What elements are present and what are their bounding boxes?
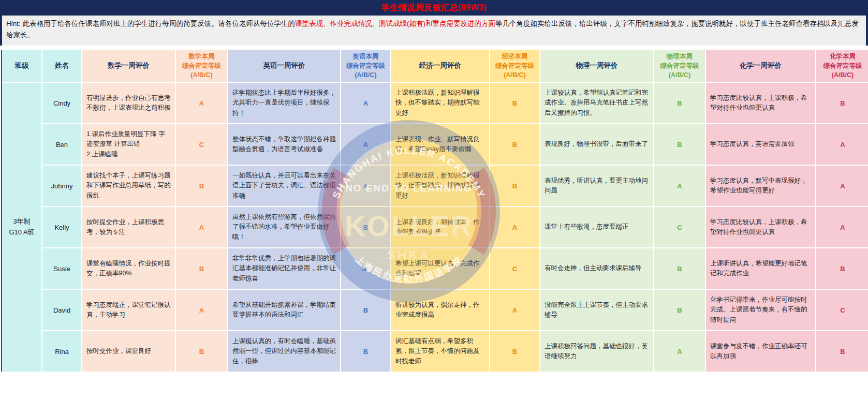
- math-comment-cell[interactable]: 课堂有瞌睡情况，作业按时提交，正确率90%: [82, 248, 175, 289]
- phy-comment-cell[interactable]: 表现优秀，听讲认真，要更主动地问问题: [540, 166, 653, 206]
- econ-grade-cell[interactable]: B: [490, 331, 539, 372]
- econ-comment-cell[interactable]: 上课表现、作业、默写情况良好。希望Essay题不要偷懒: [391, 124, 489, 165]
- eng-comment-cell[interactable]: 整体状态不错，争取这学期把各种题型融会贯通，为语言考试做准备: [228, 124, 340, 165]
- econ-comment-cell[interactable]: 上课积极活跃，新知识理解很快，但不够踏实，期待默写能更好: [391, 83, 489, 123]
- eng-grade-cell[interactable]: B: [341, 331, 390, 372]
- math-comment-cell[interactable]: 按时交作业，课堂良好: [82, 331, 175, 372]
- student-name-cell[interactable]: Cindy: [42, 83, 81, 123]
- econ-comment-cell[interactable]: 希望上课可以更认真、完成作业和默写: [391, 248, 489, 289]
- eng-grade-cell[interactable]: A*: [341, 248, 390, 289]
- student-name-cell[interactable]: Ben: [42, 124, 81, 165]
- eng-grade-cell[interactable]: B: [341, 290, 390, 330]
- eng-comment-cell[interactable]: 虽然上课依然有些游离，但依然保持了很不错的水准，希望作业要做好哦！: [228, 207, 340, 247]
- eng-comment-cell[interactable]: 一如既往认真，并且可以看出来在英语上面下了苦功夫，词汇、语法都很准确: [228, 166, 340, 206]
- math-grade-cell[interactable]: B: [176, 248, 227, 289]
- col-header-chemistry-grade[interactable]: 化学本周 综合评定等级 (A/B/C): [816, 50, 868, 82]
- math-grade-cell[interactable]: A: [176, 290, 227, 330]
- phy-comment-cell[interactable]: 有时会走神，但主动要求课后辅导: [540, 248, 653, 289]
- chem-grade-cell[interactable]: A: [816, 124, 868, 165]
- phy-comment-cell[interactable]: 没能完全跟上上课节奏，但主动要求辅导: [540, 290, 653, 330]
- chem-comment-cell[interactable]: 学习态度比较认真，上课积极，希望对待作业也能更认真: [706, 207, 815, 247]
- feedback-table: 班级 姓名 数学一周评价 数学本周 综合评定等级 (A/B/C) 英语一周评价 …: [1, 50, 859, 372]
- econ-comment-cell[interactable]: 听讲较为认真，偶尔走神，作业完成度很高: [391, 290, 489, 330]
- phy-comment-cell[interactable]: 上课积极回答问题，基础也很好，英语继续努力: [540, 331, 653, 372]
- math-grade-cell[interactable]: B: [176, 166, 227, 206]
- col-header-english-grade[interactable]: 英语本周 综合评定等级 (A/B/C): [341, 50, 390, 82]
- econ-comment-cell[interactable]: 上课积极活跃，新知识理解很快，但不够踏实，期待默写能更好: [391, 166, 489, 206]
- econ-comment-cell[interactable]: 词汇基础有点弱，希望多积累，跟上节奏，不懂的问题及时找老师: [391, 331, 489, 372]
- col-header-math-eval[interactable]: 数学一周评价: [82, 50, 175, 82]
- chem-comment-cell[interactable]: 学习态度认真，英语需要加强: [706, 124, 815, 165]
- phy-grade-cell[interactable]: B: [654, 124, 705, 165]
- title-bar: 学生情况周反馈汇总(09W3): [0, 0, 868, 16]
- eng-grade-cell[interactable]: B: [341, 207, 390, 247]
- econ-grade-cell[interactable]: B: [490, 124, 539, 165]
- math-comment-cell[interactable]: 有明显进步，作业自己有思考不敷衍，上课表现比之前积极: [82, 83, 175, 123]
- math-grade-cell[interactable]: A: [176, 83, 227, 123]
- math-comment-cell[interactable]: 学习态度端正，课堂笔记很认真，主动学习: [82, 290, 175, 330]
- chem-comment-cell[interactable]: 化学书记得带来，作业尽可能按时完成。上课跟着节奏来，有不懂的随时提问: [706, 290, 815, 330]
- spacer: [0, 46, 868, 50]
- hint-banner: Hint: 此表格用于给各位任课老师对班上的学生进行每周的简要反馈。请各位老师从…: [0, 16, 868, 46]
- chem-grade-cell[interactable]: C: [816, 290, 868, 330]
- phy-comment-cell[interactable]: 上课较认真，希望能认真记笔记和完成作业。改掉用马克笔往书皮上写然后又擦掉的习惯。: [540, 83, 653, 123]
- chem-comment-cell[interactable]: 学习态度比较认真，上课积极，希望对待作业也能更认真: [706, 83, 815, 123]
- col-header-class[interactable]: 班级: [2, 50, 41, 82]
- eng-comment-cell[interactable]: 非常非常优秀，上学期包括暑期的词汇基本都能准确记忆并使用，非常让老师惊喜: [228, 248, 340, 289]
- chem-comment-cell[interactable]: 学习态度认真，默写中表现很好，希望作业也能写得更好: [706, 166, 815, 206]
- phy-grade-cell[interactable]: B: [654, 248, 705, 289]
- hint-text-highlight: 课堂表现、作业完成情况、测试成绩(如有)和重点需要改进的方面: [295, 20, 495, 27]
- phy-grade-cell[interactable]: A: [654, 331, 705, 372]
- eng-comment-cell[interactable]: 这学期状态比上学期后半段好很多，尤其听力一直是优势项目，继续保持！: [228, 83, 340, 123]
- col-header-physics-grade[interactable]: 物理本周 综合评定等级 (A/B/C): [654, 50, 705, 82]
- math-comment-cell[interactable]: 按时提交作业，上课积极思考，较为专注: [82, 207, 175, 247]
- eng-grade-cell[interactable]: A: [341, 124, 390, 165]
- phy-grade-cell[interactable]: B: [654, 290, 705, 330]
- eng-grade-cell[interactable]: A: [341, 166, 390, 206]
- econ-grade-cell[interactable]: B: [490, 83, 539, 123]
- chem-grade-cell[interactable]: B: [816, 331, 868, 372]
- econ-grade-cell[interactable]: B: [490, 166, 539, 206]
- col-header-chemistry-eval[interactable]: 化学一周评价: [706, 50, 815, 82]
- student-name-cell[interactable]: Susie: [42, 248, 81, 289]
- hint-text-prefix: Hint: 此表格用于给各位任课老师对班上的学生进行每周的简要反馈。请各位老师从…: [6, 20, 295, 27]
- math-grade-cell[interactable]: B: [176, 331, 227, 372]
- col-header-physics-eval[interactable]: 物理一周评价: [540, 50, 653, 82]
- class-cell[interactable]: 3年制 G10 A班: [2, 83, 41, 372]
- student-name-cell[interactable]: David: [42, 290, 81, 330]
- chem-grade-cell[interactable]: B: [816, 83, 868, 123]
- eng-grade-cell[interactable]: A: [341, 83, 390, 123]
- econ-grade-cell[interactable]: A: [490, 290, 539, 330]
- econ-grade-cell[interactable]: C: [490, 248, 539, 289]
- col-header-english-eval[interactable]: 英语一周评价: [228, 50, 340, 82]
- math-grade-cell[interactable]: C: [176, 124, 227, 165]
- page-title: 学生情况周反馈汇总(09W3): [381, 3, 487, 13]
- chem-grade-cell[interactable]: B: [816, 248, 868, 289]
- chem-grade-cell[interactable]: A: [816, 166, 868, 206]
- chem-comment-cell[interactable]: 课堂参与度不错，作业正确率还可以再加强: [706, 331, 815, 372]
- econ-comment-cell[interactable]: 上课表现良好，期待默写、作业能完成得更好: [391, 207, 489, 247]
- student-name-cell[interactable]: Johnny: [42, 166, 81, 206]
- col-header-math-grade[interactable]: 数学本周 综合评定等级 (A/B/C): [176, 50, 227, 82]
- math-comment-cell[interactable]: 建议找个本子，上课写练习题和下课写作业总用草纸，写的很乱: [82, 166, 175, 206]
- col-header-name[interactable]: 姓名: [42, 50, 81, 82]
- phy-grade-cell[interactable]: C: [654, 207, 705, 247]
- math-grade-cell[interactable]: A: [176, 207, 227, 247]
- phy-comment-cell[interactable]: 表现良好，物理书没带，后面带来了: [540, 124, 653, 165]
- chem-comment-cell[interactable]: 上课听讲认真，希望能更好地记笔记和完成作业: [706, 248, 815, 289]
- eng-comment-cell[interactable]: 上课挺认真的，有时会瞌睡，基础虽然弱一些，但讲过的内容基本都能记住，很棒: [228, 331, 340, 372]
- phy-grade-cell[interactable]: B: [654, 83, 705, 123]
- col-header-economics-grade[interactable]: 经济本周 综合评定等级 (A/B/C): [490, 50, 539, 82]
- econ-grade-cell[interactable]: A: [490, 207, 539, 247]
- eng-comment-cell[interactable]: 希望从基础开始抓紧补课，学期结束要掌握基本的语法和词汇: [228, 290, 340, 330]
- chem-grade-cell[interactable]: A: [816, 207, 868, 247]
- math-comment-cell[interactable]: 1.课后作业质量明显下降 字迹变潦草 计算出错 2.上课瞌睡: [82, 124, 175, 165]
- phy-comment-cell[interactable]: 课堂上有些散漫，态度要端正: [540, 207, 653, 247]
- student-name-cell[interactable]: Rina: [42, 331, 81, 372]
- phy-grade-cell[interactable]: A: [654, 166, 705, 206]
- student-name-cell[interactable]: Kelly: [42, 207, 81, 247]
- col-header-economics-eval[interactable]: 经济一周评价: [391, 50, 489, 82]
